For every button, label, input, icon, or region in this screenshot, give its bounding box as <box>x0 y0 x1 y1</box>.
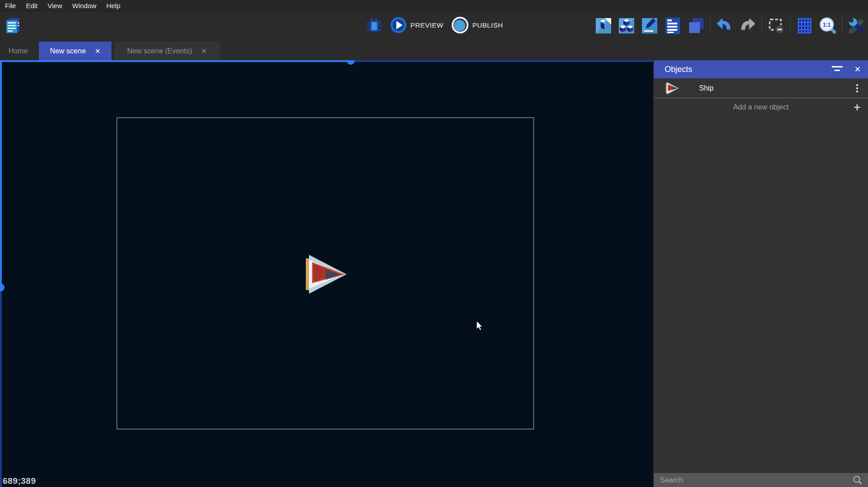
tab-home-label: Home <box>9 47 28 55</box>
menu-bar: File Edit View Window Help <box>0 0 868 12</box>
main-toolbar: PREVIEW PUBLISH <box>0 12 868 40</box>
tab-new-scene[interactable]: New scene ✕ <box>39 42 111 60</box>
close-tab-icon[interactable]: ✕ <box>95 48 101 54</box>
instances-list-icon[interactable] <box>664 17 682 35</box>
menu-window[interactable]: Window <box>67 2 101 10</box>
search-icon <box>853 475 863 485</box>
publish-button[interactable]: PUBLISH <box>473 21 503 29</box>
tab-home[interactable]: Home <box>0 42 36 60</box>
project-manager-icon[interactable] <box>4 16 22 34</box>
layers-icon[interactable] <box>687 17 705 35</box>
menu-help[interactable]: Help <box>101 2 125 10</box>
menu-file[interactable]: File <box>0 2 21 10</box>
object-name-label: Ship <box>699 84 856 92</box>
editor-tab-bar: Home New scene ✕ New scene (Events) ✕ <box>0 40 868 60</box>
tab-new-scene-events[interactable]: New scene (Events) ✕ <box>114 42 220 60</box>
toolbar-separator <box>790 16 791 35</box>
close-tab-icon[interactable]: ✕ <box>201 48 207 54</box>
plus-icon[interactable]: + <box>854 100 861 115</box>
cursor-coordinates: 689;389 <box>3 476 36 486</box>
objects-editor-icon[interactable] <box>594 17 612 35</box>
objects-panel: Objects ✕ Ship Add a new object + <box>653 60 868 487</box>
undo-icon[interactable] <box>715 17 733 35</box>
menu-edit[interactable]: Edit <box>21 2 43 10</box>
horizontal-scroll-handle[interactable] <box>347 60 355 65</box>
object-options-icon[interactable] <box>856 84 858 92</box>
search-input[interactable] <box>660 476 853 484</box>
settings-wrench-icon[interactable] <box>847 17 865 35</box>
properties-pencil-icon[interactable] <box>641 17 659 35</box>
preview-play-icon[interactable] <box>390 17 407 33</box>
redo-icon[interactable] <box>738 17 757 35</box>
grid-icon[interactable] <box>796 17 814 35</box>
objects-panel-body[interactable] <box>654 117 868 473</box>
objects-search-bar <box>654 473 868 487</box>
objects-panel-title: Objects <box>665 65 832 74</box>
tab-new-scene-events-label: New scene (Events) <box>127 47 192 55</box>
toolbar-separator <box>762 16 762 35</box>
object-groups-icon[interactable] <box>617 17 636 35</box>
ship-thumbnail-icon <box>665 82 679 95</box>
add-new-object-button[interactable]: Add a new object + <box>654 98 868 117</box>
mouse-cursor <box>476 320 486 331</box>
add-new-object-label: Add a new object <box>733 103 789 111</box>
deselect-mask-icon[interactable] <box>767 17 785 35</box>
filter-icon[interactable] <box>832 66 843 72</box>
toolbar-separator <box>710 16 710 35</box>
menu-view[interactable]: View <box>43 2 67 10</box>
toolbar-separator <box>842 16 842 35</box>
debug-icon[interactable] <box>366 17 382 33</box>
vertical-scroll-line-dark <box>0 291 2 487</box>
zoom-1-1-icon[interactable]: 1:1 <box>819 17 837 35</box>
horizontal-scroll-line-dark <box>355 60 653 62</box>
vertical-scroll-line <box>0 60 2 287</box>
objects-panel-header: Objects ✕ <box>654 60 868 78</box>
vertical-scroll-handle[interactable] <box>0 283 5 291</box>
object-list-item-ship[interactable]: Ship <box>654 78 868 98</box>
horizontal-scroll-line <box>0 60 347 62</box>
close-panel-icon[interactable]: ✕ <box>854 65 861 74</box>
publish-globe-icon[interactable] <box>451 16 469 34</box>
preview-button[interactable]: PREVIEW <box>410 21 444 29</box>
zoom-ratio-label: 1:1 <box>823 22 831 28</box>
scene-editor-canvas[interactable]: 689;389 <box>0 60 653 487</box>
ship-sprite-instance[interactable] <box>306 254 347 294</box>
tab-new-scene-label: New scene <box>50 47 86 55</box>
